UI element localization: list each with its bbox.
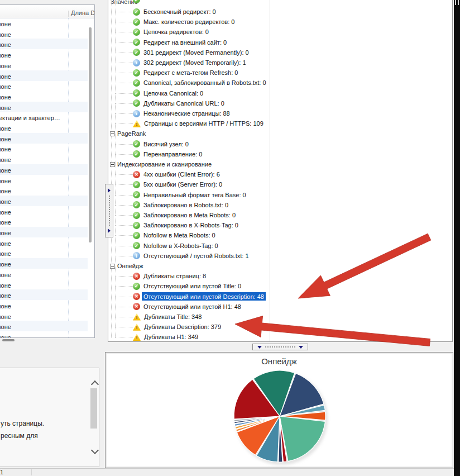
tree-item-label: Заблокировано в X-Robots-Tag: 0 <box>143 222 238 229</box>
tree-item[interactable]: ✓Canonical, заблокированный в Robots.txt… <box>108 78 451 88</box>
table-row[interactable]: лоне <box>0 143 88 154</box>
info-scrollbar-thumb[interactable] <box>90 388 97 429</box>
table-row[interactable]: лоне <box>0 279 88 290</box>
tree-item[interactable]: ✓301 редирект (Moved Permanently): 0 <box>108 47 451 58</box>
table-row[interactable]: лоне <box>0 60 88 70</box>
table-row[interactable]: лоне <box>0 321 88 331</box>
table-cell: лоне <box>0 188 11 194</box>
table-row[interactable]: лоне <box>0 185 88 196</box>
table-row[interactable]: лоне <box>0 269 88 279</box>
table-row[interactable]: лоне <box>0 164 88 175</box>
tree-item-label: Неправильный формат тега Base: 0 <box>143 192 246 198</box>
table-row[interactable]: лоне <box>0 133 88 144</box>
tree-item[interactable]: ✓5xx ошибки (Server Error): 0 <box>108 179 451 189</box>
table-row[interactable]: лоне <box>0 196 88 206</box>
ok-icon: ✓ <box>133 28 140 36</box>
tree-node[interactable]: Онпейдж <box>108 261 451 271</box>
tree-item[interactable]: ✓Макс. количество редиректов: 0 <box>108 17 451 27</box>
table-vertical-scrollbar-thumb[interactable] <box>89 27 92 242</box>
ok-icon: ✓ <box>133 150 140 158</box>
table-row[interactable]: лоне <box>0 237 88 248</box>
table-row[interactable]: ектации и характер… <box>0 112 88 122</box>
ok-icon: ✓ <box>133 140 140 147</box>
tree-connector-line <box>115 123 133 124</box>
tree-item[interactable]: ✓Заблокировано в Robots.txt: 0 <box>108 200 451 210</box>
tree-item[interactable]: ✓Nofollow в X-Robots-Tag: 0 <box>108 241 451 251</box>
table-row[interactable]: лоне <box>0 39 88 49</box>
table-row[interactable]: лоне <box>0 247 88 258</box>
tree-item[interactable]: ✕4xx ошибки (Client Error): 6 <box>108 169 451 179</box>
tree-item[interactable]: ✓Перенаправление: 0 <box>108 149 451 159</box>
tree-item-label: Дубликаты Canonical URL: 0 <box>143 100 224 107</box>
tree-item-label: Макс. количество редиректов: 0 <box>143 18 234 25</box>
table-row[interactable]: лоне <box>0 227 88 237</box>
tree-item[interactable]: ✓Бесконечный редирект: 0 <box>108 7 451 17</box>
table-row[interactable]: лоне <box>0 311 88 321</box>
collapse-right-icon[interactable] <box>108 229 111 233</box>
tree-item-label: Заблокировано в Robots.txt: 0 <box>143 202 228 208</box>
tree-item[interactable]: ✕Дубликаты страниц: 8 <box>108 271 451 281</box>
table-row[interactable]: лоне <box>0 70 88 81</box>
table-row[interactable]: лоне <box>0 154 88 164</box>
horizontal-splitter-handle[interactable] <box>252 344 308 350</box>
table-row[interactable]: лоне <box>0 49 88 60</box>
table-horizontal-scrollbar-thumb[interactable] <box>2 339 15 341</box>
table-cell: лоне <box>0 125 11 132</box>
table-row[interactable]: лоне <box>0 91 88 102</box>
vertical-splitter-handle[interactable] <box>105 184 113 237</box>
tree-item[interactable]: ✓Неправильный формат тега Base: 0 <box>108 190 451 200</box>
tree-item[interactable]: !Дубликаты H1: 349 <box>108 332 451 342</box>
tree-item[interactable]: ✓Редирект на внешний сайт: 0 <box>108 37 451 47</box>
table-cell: ектации и характер… <box>0 115 60 121</box>
tree-connector-line <box>115 246 133 246</box>
tree-item[interactable]: iНеканонические страницы: 88 <box>108 108 451 118</box>
expand-collapse-icon[interactable] <box>110 162 115 167</box>
tree-item[interactable]: ✓Цепочка Canonical: 0 <box>108 88 451 98</box>
table-row[interactable]: лоне <box>0 331 88 338</box>
table-cell: лоне <box>0 178 11 184</box>
table-header[interactable]: Длина D <box>0 5 94 18</box>
table-row[interactable]: лоне <box>0 18 88 28</box>
tree-item-label: Canonical, заблокированный в Robots.txt:… <box>143 79 266 86</box>
table-row[interactable]: лоне <box>0 80 88 91</box>
tree-item[interactable]: !Страницы с версиями HTTP / HTTPS: 109 <box>108 118 451 128</box>
collapse-right-icon[interactable] <box>108 188 111 193</box>
table-cell: лоне <box>0 240 11 247</box>
tree-item[interactable]: i302 редирект (Moved Temporarily): 1 <box>108 58 451 68</box>
scroll-down-icon[interactable] <box>91 446 99 454</box>
expand-collapse-icon[interactable] <box>110 264 115 269</box>
tree-node[interactable]: PageRank <box>108 128 451 139</box>
tree-item[interactable]: ✓Редирект с мета-тегом Refresh: 0 <box>108 68 451 78</box>
tree-item[interactable]: ✓Nofollow в Meta Robots: 0 <box>108 230 451 240</box>
table-row[interactable]: лоне <box>0 28 88 39</box>
collapse-down-icon[interactable] <box>257 346 262 349</box>
tree-item[interactable]: !Дубликаты Description: 379 <box>108 322 451 332</box>
table-cell: лоне <box>0 41 11 48</box>
tree-item[interactable]: ✕Отсутствующий или пустой Description: 4… <box>108 292 451 302</box>
left-table-panel: Длина D лонелонелонелонелонелонелонелоне… <box>0 4 95 338</box>
tree-item[interactable]: !Дубликаты Title: 348 <box>108 312 451 322</box>
table-row[interactable]: лоне <box>0 122 88 133</box>
table-row[interactable]: лоне <box>0 300 88 311</box>
warning-icon: ! <box>133 323 141 331</box>
tree-item[interactable]: ✓Висячий узел: 0 <box>108 139 451 149</box>
scroll-up-icon[interactable] <box>91 380 99 388</box>
tree-connector-line <box>115 327 133 327</box>
table-row[interactable]: лоне <box>0 216 88 227</box>
tree-item[interactable]: ✓Заблокировано в X-Robots-Tag: 0 <box>108 220 451 230</box>
table-row[interactable]: лоне <box>0 175 88 185</box>
collapse-down-icon[interactable] <box>299 346 303 349</box>
tree-connector-line <box>115 337 133 337</box>
expand-collapse-icon[interactable] <box>110 131 115 136</box>
tree-item[interactable]: ✓Дубликаты Canonical URL: 0 <box>108 98 451 108</box>
tree-item[interactable]: ✓Цепочка редиректов: 0 <box>108 27 451 37</box>
table-row[interactable]: лоне <box>0 258 88 269</box>
tree-node[interactable]: Индексирование и сканирование <box>108 159 451 169</box>
table-row[interactable]: лоне <box>0 102 88 112</box>
table-row[interactable]: лоне <box>0 206 88 217</box>
tree-item[interactable]: ✓Заблокировано в Meta Robots: 0 <box>108 210 451 220</box>
table-row[interactable]: лоне <box>0 289 88 300</box>
tree-item[interactable]: ✓Отсутствующий или пустой Title: 0 <box>108 281 451 291</box>
tree-item[interactable]: ✕Отсутствующий или пустой H1: 48 <box>108 302 451 312</box>
tree-item[interactable]: iОтсутствующий / пустой Robots.txt: 1 <box>108 251 451 261</box>
